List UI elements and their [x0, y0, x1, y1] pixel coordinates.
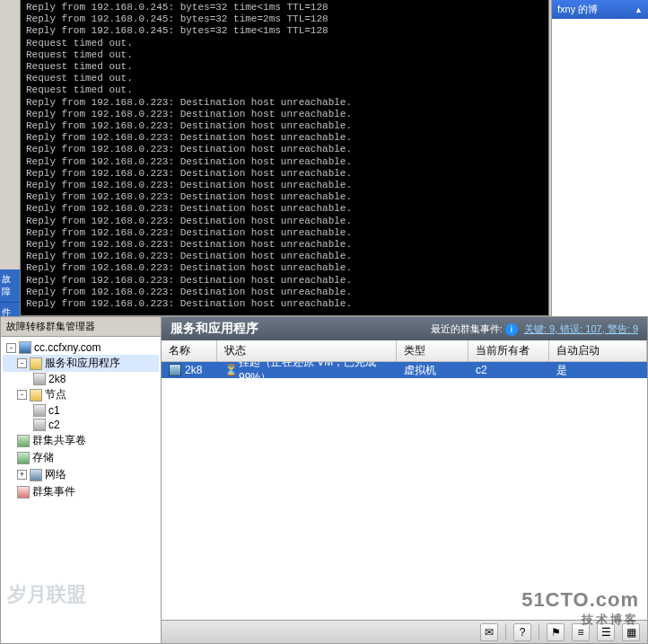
info-icon: i: [505, 323, 518, 336]
expand-icon[interactable]: +: [17, 470, 27, 480]
col-auto[interactable]: 自动启动: [549, 340, 647, 361]
col-name[interactable]: 名称: [162, 340, 217, 361]
command-prompt[interactable]: Reply from 192.168.0.245: bytes=32 time<…: [20, 0, 549, 316]
tree-nodes[interactable]: -节点: [3, 386, 159, 403]
services-grid: 名称 状态 类型 当前所有者 自动启动 2k8 ⏳挂起（正在还原 VM，已完成 …: [162, 340, 647, 620]
network-icon: [30, 469, 42, 481]
col-type[interactable]: 类型: [397, 340, 468, 361]
right-panel-header[interactable]: fxny 的博 ▲: [552, 0, 648, 19]
recent-events: 最近的群集事件: i关键: 9, 错误: 107, 警告: 9: [431, 322, 638, 336]
vm-icon: [169, 364, 181, 376]
console-output: Reply from 192.168.0.245: bytes=32 time<…: [26, 2, 352, 309]
separator: [505, 624, 506, 640]
tree-csv[interactable]: 群集共享卷: [3, 432, 159, 449]
content-header: 服务和应用程序 最近的群集事件: i关键: 9, 错误: 107, 警告: 9: [162, 317, 647, 340]
hourglass-icon: ⏳: [224, 364, 235, 376]
mail-button[interactable]: ✉: [480, 623, 498, 641]
cell-name: 2k8: [162, 363, 217, 377]
server-icon: [33, 419, 46, 431]
tree-vm-2k8[interactable]: 2k8: [3, 372, 159, 386]
grid-body[interactable]: 2k8 ⏳挂起（正在还原 VM，已完成 99%） 虚拟机 c2 是: [162, 362, 647, 620]
tree-node-c2[interactable]: c2: [3, 418, 159, 432]
tree-title: 故障转移群集管理器: [1, 317, 161, 337]
table-row[interactable]: 2k8 ⏳挂起（正在还原 VM，已完成 99%） 虚拟机 c2 是: [162, 362, 647, 378]
col-status[interactable]: 状态: [217, 340, 397, 361]
folder-icon: [30, 389, 42, 401]
details-button[interactable]: ☰: [597, 623, 615, 641]
events-link[interactable]: 关键: 9, 错误: 107, 警告: 9: [524, 323, 638, 334]
tree-storage[interactable]: 存储: [3, 449, 159, 466]
cell-auto: 是: [549, 362, 647, 379]
right-panel-body: [552, 19, 648, 288]
tree-services[interactable]: -服务和应用程序: [3, 355, 159, 372]
tree-root[interactable]: -cc.ccfxny.com: [3, 340, 159, 355]
tree-events[interactable]: 群集事件: [3, 483, 159, 500]
list-button[interactable]: ≡: [572, 623, 590, 641]
flag-button[interactable]: ⚑: [547, 623, 565, 641]
events-icon: [17, 486, 30, 498]
cell-status: ⏳挂起（正在还原 VM，已完成 99%）: [217, 362, 397, 386]
cluster-icon: [19, 341, 31, 354]
cell-type: 虚拟机: [397, 362, 468, 379]
expand-icon[interactable]: -: [6, 343, 16, 353]
server-icon: [33, 404, 46, 417]
content-pane: 服务和应用程序 最近的群集事件: i关键: 9, 错误: 107, 警告: 9 …: [162, 316, 648, 644]
volume-icon: [17, 435, 30, 447]
col-owner[interactable]: 当前所有者: [468, 340, 549, 361]
left-tab-1[interactable]: 故障: [0, 269, 20, 303]
tiles-button[interactable]: ▦: [622, 623, 640, 641]
content-title: 服务和应用程序: [171, 321, 258, 337]
left-tab-strip: 故障 件(F: [0, 269, 20, 316]
tree-network[interactable]: +网络: [3, 466, 159, 483]
vm-icon: [33, 373, 46, 385]
expand-icon[interactable]: -: [17, 358, 27, 368]
right-side-panel: fxny 的博 ▲: [551, 0, 648, 316]
failover-cluster-manager: 故障转移群集管理器 -cc.ccfxny.com -服务和应用程序 2k8 -节…: [0, 316, 648, 644]
expand-icon[interactable]: -: [17, 390, 27, 400]
right-panel-title: fxny 的博: [557, 3, 598, 16]
collapse-caret-icon[interactable]: ▲: [635, 5, 643, 14]
separator: [539, 624, 539, 640]
grid-header: 名称 状态 类型 当前所有者 自动启动: [162, 340, 647, 362]
status-bar: ✉ ? ⚑ ≡ ☰ ▦: [162, 620, 647, 643]
cluster-tree[interactable]: 故障转移群集管理器 -cc.ccfxny.com -服务和应用程序 2k8 -节…: [0, 316, 162, 644]
help-button[interactable]: ?: [513, 623, 531, 641]
tree-node-c1[interactable]: c1: [3, 403, 159, 418]
folder-icon: [30, 357, 42, 370]
cell-owner: c2: [468, 363, 549, 377]
storage-icon: [17, 452, 30, 464]
